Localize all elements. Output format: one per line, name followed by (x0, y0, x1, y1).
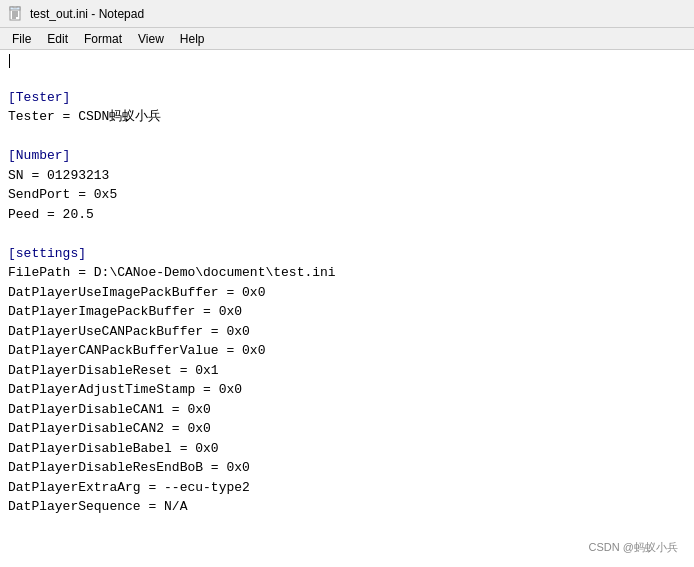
menu-format[interactable]: Format (76, 30, 130, 48)
menu-view[interactable]: View (130, 30, 172, 48)
title-bar: test_out.ini - Notepad (0, 0, 694, 28)
menu-bar: File Edit Format View Help (0, 28, 694, 50)
menu-file[interactable]: File (4, 30, 39, 48)
menu-edit[interactable]: Edit (39, 30, 76, 48)
editor-content[interactable]: [Tester]Tester = CSDN蚂蚁小兵 [Number]SN = 0… (8, 54, 686, 563)
watermark: CSDN @蚂蚁小兵 (589, 540, 678, 555)
editor-area[interactable]: [Tester]Tester = CSDN蚂蚁小兵 [Number]SN = 0… (0, 50, 694, 567)
window-title: test_out.ini - Notepad (30, 7, 144, 21)
notepad-icon (8, 6, 24, 22)
svg-rect-6 (13, 6, 17, 8)
menu-help[interactable]: Help (172, 30, 213, 48)
